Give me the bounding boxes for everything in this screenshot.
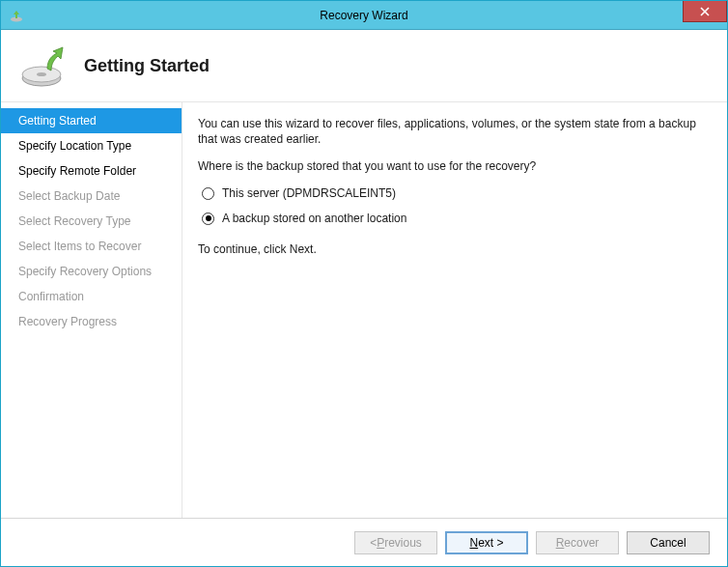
svg-point-5	[37, 72, 46, 76]
next-button[interactable]: Next >	[445, 531, 528, 554]
step-specify-recovery-options[interactable]: Specify Recovery Options	[1, 259, 182, 284]
page-title: Getting Started	[84, 56, 210, 76]
titlebar: Recovery Wizard	[1, 1, 727, 30]
radio-label-this-server: This server (DPMDRSCALEINT5)	[222, 185, 396, 201]
step-select-backup-date[interactable]: Select Backup Date	[1, 184, 182, 209]
close-button[interactable]	[683, 1, 727, 22]
footer: < Previous Next > Recover Cancel	[1, 518, 727, 566]
cancel-button[interactable]: Cancel	[627, 531, 710, 554]
continue-hint: To continue, click Next.	[198, 241, 706, 257]
step-confirmation[interactable]: Confirmation	[1, 284, 182, 309]
step-select-recovery-type[interactable]: Select Recovery Type	[1, 209, 182, 234]
backup-location-group: This server (DPMDRSCALEINT5) A backup st…	[202, 185, 706, 226]
wizard-icon	[9, 8, 24, 23]
question-text: Where is the backup stored that you want…	[198, 158, 706, 174]
radio-icon	[202, 213, 214, 225]
radio-label-another-location: A backup stored on another location	[222, 211, 406, 226]
content-pane: You can use this wizard to recover files…	[182, 102, 727, 518]
step-recovery-progress[interactable]: Recovery Progress	[1, 309, 182, 334]
header: Getting Started	[1, 30, 727, 102]
radio-another-location[interactable]: A backup stored on another location	[202, 211, 706, 226]
radio-icon	[202, 187, 214, 200]
wizard-steps-sidebar: Getting Started Specify Location Type Sp…	[1, 102, 182, 518]
step-specify-remote-folder[interactable]: Specify Remote Folder	[1, 158, 182, 184]
radio-this-server[interactable]: This server (DPMDRSCALEINT5)	[202, 185, 706, 201]
recover-button: Recover	[536, 531, 619, 554]
intro-text: You can use this wizard to recover files…	[198, 116, 706, 147]
step-select-items[interactable]: Select Items to Recover	[1, 234, 182, 259]
previous-button: < Previous	[354, 531, 437, 554]
recovery-icon	[18, 42, 67, 90]
step-getting-started[interactable]: Getting Started	[1, 108, 182, 133]
window-title: Recovery Wizard	[1, 9, 727, 22]
step-specify-location-type[interactable]: Specify Location Type	[1, 133, 182, 158]
